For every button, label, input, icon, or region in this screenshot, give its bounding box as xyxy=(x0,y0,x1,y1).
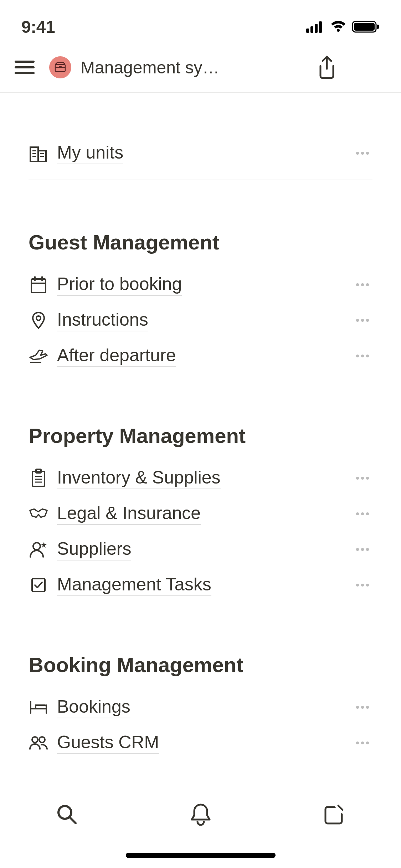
page-link-label: Bookings xyxy=(57,696,130,718)
page-link-tasks[interactable]: Management Tasks xyxy=(29,567,372,603)
svg-point-37 xyxy=(366,355,369,357)
bell-icon xyxy=(190,802,212,827)
svg-point-28 xyxy=(361,283,364,286)
svg-point-44 xyxy=(361,477,364,480)
clipboard-icon xyxy=(29,468,48,488)
search-tab[interactable] xyxy=(53,800,81,829)
more-button[interactable] xyxy=(353,507,372,521)
page-link-label: Legal & Insurance xyxy=(57,503,201,525)
page-link-prior-to-booking[interactable]: Prior to booking xyxy=(29,267,372,303)
more-button[interactable] xyxy=(353,349,372,363)
app-header: Management sy… xyxy=(0,43,401,93)
content-area: My units Guest Management Prior to booki… xyxy=(0,93,401,761)
svg-point-65 xyxy=(356,742,359,744)
svg-point-56 xyxy=(366,584,369,587)
svg-point-61 xyxy=(361,706,364,709)
page-title[interactable]: Management sy… xyxy=(81,58,220,77)
compose-icon xyxy=(323,803,346,826)
status-time: 9:41 xyxy=(21,17,55,37)
svg-point-45 xyxy=(366,477,369,480)
home-indicator[interactable] xyxy=(126,853,276,858)
departure-icon xyxy=(29,346,48,366)
svg-point-36 xyxy=(361,355,364,357)
section-heading-booking: Booking Management xyxy=(29,653,372,677)
page-link-label: Prior to booking xyxy=(57,274,182,296)
svg-point-27 xyxy=(356,283,359,286)
person-star-icon xyxy=(29,539,48,559)
people-icon xyxy=(29,733,48,753)
svg-point-31 xyxy=(356,319,359,322)
page-link-instructions[interactable]: Instructions xyxy=(29,303,372,338)
svg-rect-10 xyxy=(55,64,65,72)
more-button[interactable] xyxy=(353,700,372,714)
more-button[interactable] xyxy=(353,578,372,592)
svg-point-66 xyxy=(361,742,364,744)
svg-point-20 xyxy=(356,152,359,155)
cellular-icon xyxy=(306,21,325,33)
svg-point-22 xyxy=(366,152,369,155)
notifications-tab[interactable] xyxy=(186,800,215,829)
more-button[interactable] xyxy=(353,471,372,485)
svg-rect-1 xyxy=(310,26,313,33)
status-indicators xyxy=(306,20,380,33)
page-link-label: After departure xyxy=(57,345,176,367)
section-heading-property: Property Management xyxy=(29,424,372,448)
divider xyxy=(29,180,372,180)
page-link-label: Management Tasks xyxy=(57,574,211,596)
calendar-icon xyxy=(29,275,48,295)
menu-button[interactable] xyxy=(14,59,35,76)
battery-icon xyxy=(352,20,380,33)
svg-point-32 xyxy=(361,319,364,322)
more-button[interactable] xyxy=(353,313,372,327)
page-link-inventory[interactable]: Inventory & Supplies xyxy=(29,460,372,496)
checkbox-icon xyxy=(29,575,48,595)
svg-point-43 xyxy=(356,477,359,480)
buildings-icon xyxy=(29,143,48,163)
svg-point-48 xyxy=(366,512,369,515)
svg-point-51 xyxy=(361,548,364,551)
page-link-legal[interactable]: Legal & Insurance xyxy=(29,496,372,532)
svg-point-46 xyxy=(356,512,359,515)
svg-rect-2 xyxy=(315,24,318,33)
svg-line-69 xyxy=(70,817,76,823)
svg-point-50 xyxy=(356,548,359,551)
page-link-after-departure[interactable]: After departure xyxy=(29,338,372,374)
search-icon xyxy=(56,803,78,826)
svg-point-21 xyxy=(361,152,364,155)
svg-point-63 xyxy=(32,737,38,743)
svg-point-49 xyxy=(33,543,40,550)
page-link-label: My units xyxy=(57,142,123,164)
svg-point-30 xyxy=(36,316,41,320)
svg-point-35 xyxy=(356,355,359,357)
svg-point-47 xyxy=(361,512,364,515)
workspace-icon[interactable] xyxy=(49,56,71,78)
more-button[interactable] xyxy=(353,736,372,750)
more-button[interactable] xyxy=(353,278,372,292)
page-link-bookings[interactable]: Bookings xyxy=(29,689,372,725)
page-link-label: Instructions xyxy=(57,309,148,331)
svg-rect-13 xyxy=(30,147,38,161)
share-button[interactable] xyxy=(317,55,337,79)
svg-rect-53 xyxy=(32,579,45,591)
page-link-suppliers[interactable]: Suppliers xyxy=(29,532,372,567)
svg-point-62 xyxy=(366,706,369,709)
handshake-icon xyxy=(29,504,48,524)
svg-point-54 xyxy=(356,584,359,587)
compose-tab[interactable] xyxy=(320,800,349,829)
more-button[interactable] xyxy=(353,146,372,160)
status-bar: 9:41 xyxy=(0,0,401,43)
svg-point-29 xyxy=(366,283,369,286)
page-link-label: Suppliers xyxy=(57,538,131,560)
svg-point-55 xyxy=(361,584,364,587)
page-link-label: Inventory & Supplies xyxy=(57,467,221,489)
wifi-icon xyxy=(330,20,347,33)
page-link-guests-crm[interactable]: Guests CRM xyxy=(29,725,372,761)
more-button[interactable] xyxy=(353,542,372,557)
page-link-my-units[interactable]: My units xyxy=(29,135,372,171)
section-heading-guest: Guest Management xyxy=(29,230,372,254)
page-link-label: Guests CRM xyxy=(57,732,159,754)
svg-rect-0 xyxy=(306,29,309,33)
svg-point-52 xyxy=(366,548,369,551)
location-icon xyxy=(29,310,48,330)
svg-point-64 xyxy=(39,737,45,743)
